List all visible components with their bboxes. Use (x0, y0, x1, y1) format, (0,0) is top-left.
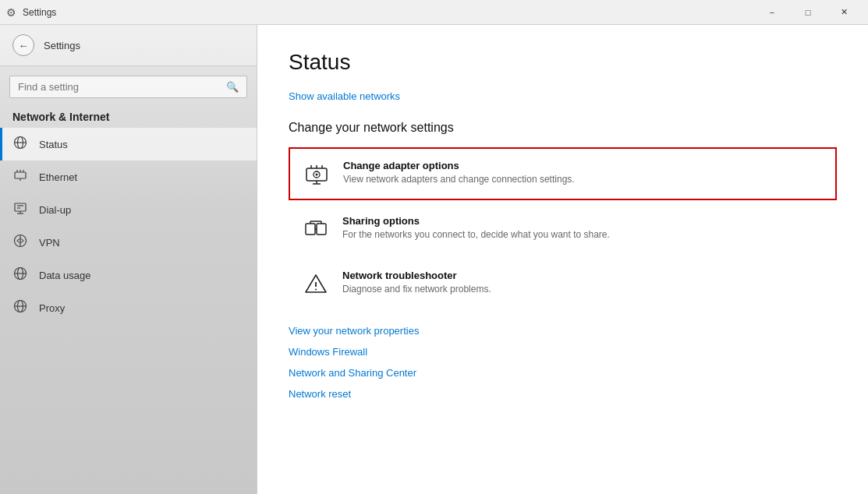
dialup-icon (12, 201, 28, 218)
sidebar-item-proxy-label: Proxy (39, 302, 65, 314)
sharing-option[interactable]: Sharing options For the networks you con… (289, 203, 837, 255)
search-icon: 🔍 (226, 81, 239, 93)
svg-point-36 (315, 289, 317, 291)
maximize-button[interactable]: □ (790, 0, 826, 25)
svg-rect-30 (317, 224, 326, 235)
adapter-text: Change adapter options View network adap… (343, 160, 823, 185)
sidebar-item-status-label: Status (39, 139, 68, 150)
section-header: Network & Internet (0, 104, 257, 128)
sidebar-item-proxy[interactable]: Proxy (0, 291, 257, 324)
back-icon: ← (19, 40, 29, 51)
network-sharing-center-link[interactable]: Network and Sharing Center (289, 367, 837, 379)
vpn-icon (12, 234, 28, 251)
content-area: Status Show available networks Change yo… (257, 25, 868, 494)
troubleshoot-desc: Diagnose and fix network problems. (342, 284, 824, 295)
svg-rect-3 (15, 172, 26, 178)
sidebar-item-datausage[interactable]: Data usage (0, 259, 257, 291)
title-bar: ⚙ Settings − □ ✕ (0, 0, 868, 25)
change-adapter-option[interactable]: Change adapter options View network adap… (289, 147, 837, 200)
main-layout: ← Settings 🔍 Network & Internet Status (0, 25, 868, 494)
change-section-title: Change your network settings (289, 121, 837, 135)
close-button[interactable]: ✕ (826, 0, 862, 25)
svg-point-28 (316, 174, 318, 176)
sidebar-item-dialup-label: Dial-up (39, 204, 71, 216)
settings-icon: ⚙ (6, 6, 16, 19)
adapter-icon (303, 160, 331, 188)
sidebar-item-vpn[interactable]: VPN (0, 226, 257, 259)
proxy-icon (12, 299, 28, 316)
sidebar-header: ← Settings (0, 25, 257, 66)
adapter-desc: View network adapters and change connect… (343, 174, 823, 185)
network-reset-link[interactable]: Network reset (289, 388, 837, 400)
troubleshoot-option[interactable]: Network troubleshooter Diagnose and fix … (289, 258, 837, 309)
sharing-title: Sharing options (342, 215, 824, 227)
bottom-links: View your network properties Windows Fir… (289, 325, 837, 400)
troubleshoot-title: Network troubleshooter (342, 270, 824, 281)
globe-icon (12, 136, 28, 153)
adapter-title: Change adapter options (343, 160, 823, 171)
data-usage-icon (12, 266, 28, 284)
sharing-desc: For the networks you connect to, decide … (342, 229, 824, 240)
troubleshoot-icon (302, 270, 330, 298)
windows-firewall-link[interactable]: Windows Firewall (289, 346, 837, 358)
sharing-text: Sharing options For the networks you con… (342, 215, 824, 240)
sidebar-item-dialup[interactable]: Dial-up (0, 193, 257, 226)
page-title: Status (289, 50, 837, 75)
back-button[interactable]: ← (12, 34, 34, 56)
sidebar-title: Settings (44, 40, 80, 51)
view-properties-link[interactable]: View your network properties (289, 325, 837, 337)
minimize-button[interactable]: − (754, 0, 790, 25)
svg-rect-29 (306, 224, 315, 235)
search-box[interactable]: 🔍 (9, 76, 247, 98)
search-input[interactable] (18, 81, 220, 93)
svg-rect-8 (15, 203, 26, 211)
troubleshoot-text: Network troubleshooter Diagnose and fix … (342, 270, 824, 295)
title-bar-left: ⚙ Settings (6, 6, 56, 19)
sidebar-item-vpn-label: VPN (39, 237, 60, 249)
sidebar-item-ethernet[interactable]: Ethernet (0, 161, 257, 193)
ethernet-icon (12, 168, 28, 185)
title-bar-text: Settings (23, 7, 56, 18)
title-bar-controls: − □ ✕ (754, 0, 862, 25)
sidebar-item-status[interactable]: Status (0, 128, 257, 161)
sidebar: ← Settings 🔍 Network & Internet Status (0, 25, 257, 494)
show-networks-link[interactable]: Show available networks (289, 90, 400, 102)
sidebar-item-datausage-label: Data usage (39, 270, 91, 281)
sidebar-item-ethernet-label: Ethernet (39, 171, 77, 183)
sharing-icon (302, 215, 330, 243)
